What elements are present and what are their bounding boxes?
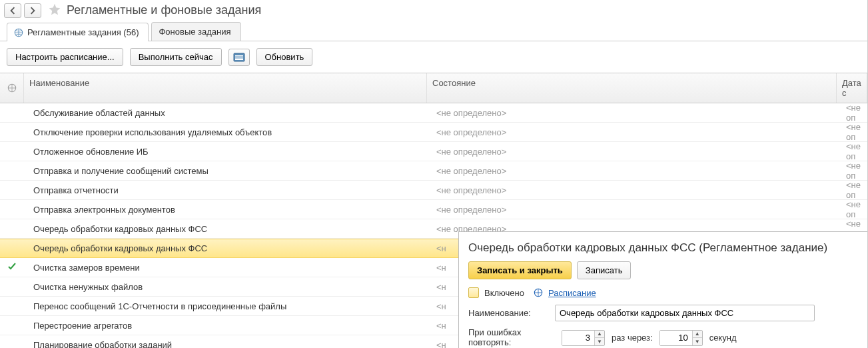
- table-row[interactable]: Отправка электронных документов<не опред…: [0, 200, 867, 219]
- row-date-cell: <не оп: [837, 199, 867, 219]
- row-name-cell: Перестроение агрегатов: [24, 321, 427, 331]
- globe-icon: [14, 28, 23, 37]
- grid-header-status[interactable]: [0, 73, 24, 103]
- save-and-close-button[interactable]: Записать и закрыть: [468, 261, 572, 279]
- row-name-cell: Отправка электронных документов: [24, 205, 427, 215]
- retry-count-stepper[interactable]: ▲▼: [562, 330, 605, 346]
- check-icon: [7, 261, 17, 274]
- row-state-cell: <не определено>: [427, 166, 837, 176]
- name-field-label: Наименование:: [468, 308, 555, 318]
- job-detail-panel: Очередь обработки кадровых данных ФСС (Р…: [458, 231, 867, 348]
- row-status-cell: [0, 261, 24, 274]
- row-name-cell: Обслуживание областей данных: [24, 108, 427, 118]
- row-state-cell: <не определено>: [427, 185, 837, 195]
- times-through-label: раз через:: [612, 333, 653, 343]
- globe-icon: [534, 288, 543, 297]
- row-name-cell: Отключение проверки использования удаляе…: [24, 127, 427, 137]
- tab-scheduled-jobs[interactable]: Регламентные задания (56): [7, 23, 149, 41]
- tab-scheduled-label: Регламентные задания (56): [27, 27, 139, 37]
- stepper-up-icon[interactable]: ▲: [693, 331, 702, 338]
- schedule-link[interactable]: Расписание: [548, 288, 596, 298]
- table-row[interactable]: Обслуживание областей данных<не определе…: [0, 103, 867, 123]
- arrow-left-icon: [9, 7, 17, 15]
- retry-label: При ошибкахповторять:: [468, 328, 555, 348]
- row-name-cell: Очистка замеров времени: [24, 263, 427, 273]
- row-name-cell: Очистка ненужных файлов: [24, 282, 427, 292]
- tab-background-jobs[interactable]: Фоновые задания: [151, 22, 240, 41]
- tab-background-label: Фоновые задания: [159, 27, 230, 37]
- favorite-star-icon[interactable]: [48, 3, 61, 18]
- table-row[interactable]: Отложенное обновление ИБ<не определено><…: [0, 142, 867, 161]
- row-date-cell: <не оп: [837, 103, 867, 123]
- retry-count-input[interactable]: [562, 331, 594, 345]
- row-state-cell: <не определено>: [427, 147, 837, 157]
- globe-icon: [7, 83, 17, 93]
- row-date-cell: <не оп: [837, 141, 867, 161]
- grid-header-date[interactable]: Дата с: [837, 73, 867, 103]
- retry-interval-input[interactable]: [660, 331, 692, 345]
- row-state-cell: <не определено>: [427, 205, 837, 215]
- row-name-cell: Отправка отчетности: [24, 185, 427, 195]
- row-name-cell: Очередь обработки кадровых данных ФСС: [24, 243, 427, 253]
- stepper-down-icon[interactable]: ▼: [693, 338, 702, 345]
- enabled-label: Включено: [484, 288, 524, 298]
- table-row[interactable]: Отправка отчетности<не определено><не оп: [0, 181, 867, 200]
- configure-schedule-button[interactable]: Настроить расписание...: [7, 48, 123, 66]
- open-scheduled-button[interactable]: [228, 49, 250, 66]
- execute-now-button[interactable]: Выполнить сейчас: [130, 48, 222, 66]
- row-state-cell: <не определено>: [427, 108, 837, 118]
- nav-forward-button[interactable]: [24, 3, 41, 18]
- row-state-cell: <не определено>: [427, 127, 837, 137]
- panel-title: Очередь обработки кадровых данных ФСС (Р…: [468, 241, 858, 255]
- row-name-cell: Отложенное обновление ИБ: [24, 147, 427, 157]
- grid-header-name[interactable]: Наименование: [24, 73, 427, 103]
- row-name-cell: Очередь обработки кадровых данных ФСС: [24, 224, 427, 234]
- stepper-up-icon[interactable]: ▲: [595, 331, 604, 338]
- refresh-button[interactable]: Обновить: [256, 48, 313, 66]
- row-name-cell: Перенос сообщений 1С-Отчетности в присое…: [24, 301, 427, 311]
- save-button[interactable]: Записать: [577, 261, 632, 279]
- nav-back-button[interactable]: [4, 3, 21, 18]
- arrow-right-icon: [29, 7, 37, 15]
- grid-header: Наименование Состояние Дата с: [0, 73, 867, 103]
- stepper-down-icon[interactable]: ▼: [595, 338, 604, 345]
- row-date-cell: <не оп: [837, 180, 867, 200]
- row-date-cell: <не оп: [837, 161, 867, 181]
- row-name-cell: Отправка и получение сообщений системы: [24, 166, 427, 176]
- retry-interval-stepper[interactable]: ▲▼: [659, 330, 703, 346]
- name-field-input[interactable]: [555, 305, 815, 321]
- grid-header-state[interactable]: Состояние: [427, 73, 837, 103]
- table-row[interactable]: Отключение проверки использования удаляе…: [0, 123, 867, 142]
- row-name-cell: Планирование обработки заданий: [24, 340, 427, 349]
- seconds-label: секунд: [709, 333, 737, 343]
- enabled-checkbox[interactable]: [468, 287, 479, 298]
- table-row[interactable]: Отправка и получение сообщений системы<н…: [0, 161, 867, 181]
- row-date-cell: <не оп: [837, 122, 867, 142]
- page-title: Регламентные и фоновые задания: [67, 3, 261, 17]
- calendar-icon: [233, 53, 245, 62]
